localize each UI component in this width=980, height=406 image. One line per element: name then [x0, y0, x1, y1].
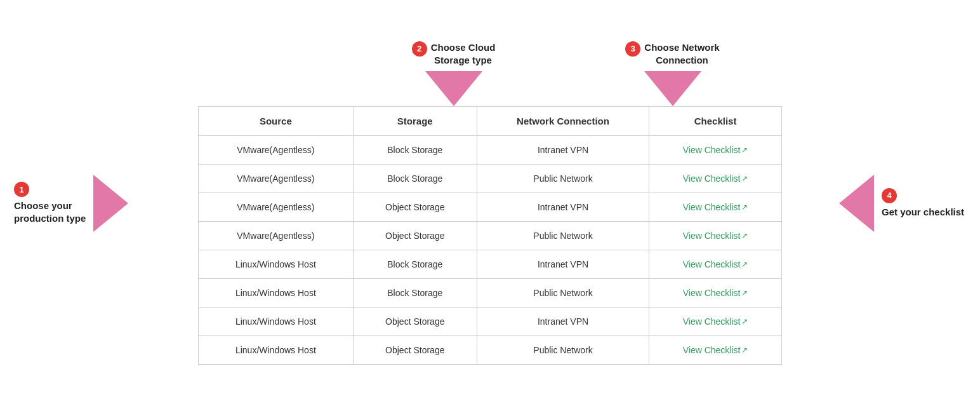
cell-storage: Object Storage [353, 336, 477, 365]
view-checklist-link[interactable]: View Checklist↗ [683, 259, 748, 269]
step1-section: 1 Choose yourproduction type [14, 175, 141, 232]
view-checklist-link[interactable]: View Checklist↗ [683, 316, 748, 327]
table-row: VMware(Agentless)Object StorageIntranet … [199, 193, 782, 222]
col-header-checklist: Checklist [649, 107, 782, 136]
cell-source: Linux/Windows Host [199, 250, 354, 279]
col-header-source: Source [199, 107, 354, 136]
cell-storage: Object Storage [353, 308, 477, 336]
table-row: VMware(Agentless)Object StoragePublic Ne… [199, 222, 782, 250]
table-row: Linux/Windows HostObject StoragePublic N… [199, 336, 782, 365]
step4-arrow [839, 175, 874, 232]
center-section: 2 Choose CloudStorage type 3 Choose Netw… [141, 41, 839, 365]
view-checklist-link[interactable]: View Checklist↗ [683, 288, 748, 298]
cell-source: VMware(Agentless) [199, 193, 354, 222]
cell-source: VMware(Agentless) [199, 165, 354, 193]
table-row: Linux/Windows HostObject StorageIntranet… [199, 308, 782, 336]
step3-arrow [644, 71, 701, 106]
cell-source: VMware(Agentless) [199, 136, 354, 165]
view-checklist-link[interactable]: View Checklist↗ [683, 145, 748, 155]
table-wrapper: Source Storage Network Connection Checkl… [198, 106, 782, 365]
table-row: VMware(Agentless)Block StorageIntranet V… [199, 136, 782, 165]
cell-checklist: View Checklist↗ [649, 222, 782, 250]
step2-arrow [425, 71, 482, 106]
external-link-icon: ↗ [741, 231, 748, 240]
cell-network: Intranet VPN [477, 193, 649, 222]
step4-text: Get your checklist [882, 206, 964, 219]
step3-badge: 3 [625, 41, 640, 57]
table-row: Linux/Windows HostBlock StorageIntranet … [199, 250, 782, 279]
step4-label: 4 Get your checklist [882, 188, 964, 219]
cell-checklist: View Checklist↗ [649, 193, 782, 222]
step1-label: 1 Choose yourproduction type [14, 182, 86, 224]
step3-label: 3 Choose NetworkConnection [625, 41, 719, 66]
page-container: 1 Choose yourproduction type 2 Choose Cl… [14, 41, 966, 365]
top-labels: 2 Choose CloudStorage type 3 Choose Netw… [198, 41, 782, 106]
table-header-row: Source Storage Network Connection Checkl… [199, 107, 782, 136]
step4-badge: 4 [882, 188, 897, 203]
view-checklist-link[interactable]: View Checklist↗ [683, 202, 748, 212]
cell-storage: Block Storage [353, 165, 477, 193]
cell-network: Public Network [477, 336, 649, 365]
cell-network: Public Network [477, 279, 649, 308]
table-row: Linux/Windows HostBlock StoragePublic Ne… [199, 279, 782, 308]
col-header-network: Network Connection [477, 107, 649, 136]
cell-storage: Block Storage [353, 136, 477, 165]
external-link-icon: ↗ [741, 174, 748, 183]
step3-column-label: 3 Choose NetworkConnection [600, 41, 746, 106]
external-link-icon: ↗ [741, 260, 748, 269]
cell-storage: Block Storage [353, 250, 477, 279]
cell-network: Intranet VPN [477, 250, 649, 279]
view-checklist-link[interactable]: View Checklist↗ [683, 173, 748, 184]
cell-checklist: View Checklist↗ [649, 136, 782, 165]
step2-badge: 2 [412, 41, 427, 57]
external-link-icon: ↗ [741, 203, 748, 212]
step3-text: Choose NetworkConnection [644, 41, 719, 66]
external-link-icon: ↗ [741, 145, 748, 154]
step2-text: Choose CloudStorage type [431, 41, 496, 66]
cell-source: VMware(Agentless) [199, 222, 354, 250]
step1-arrow [93, 175, 128, 232]
step1-badge: 1 [14, 182, 29, 197]
step4-section: 4 Get your checklist [839, 175, 966, 232]
cell-checklist: View Checklist↗ [649, 250, 782, 279]
col-header-storage: Storage [353, 107, 477, 136]
view-checklist-link[interactable]: View Checklist↗ [683, 345, 748, 355]
step2-column-label: 2 Choose CloudStorage type [381, 41, 527, 106]
external-link-icon: ↗ [741, 346, 748, 355]
cell-storage: Object Storage [353, 222, 477, 250]
cell-storage: Block Storage [353, 279, 477, 308]
cell-checklist: View Checklist↗ [649, 165, 782, 193]
step1-text: Choose yourproduction type [14, 200, 86, 224]
external-link-icon: ↗ [741, 288, 748, 297]
cell-network: Public Network [477, 222, 649, 250]
cell-network: Public Network [477, 165, 649, 193]
step2-label: 2 Choose CloudStorage type [412, 41, 496, 66]
cell-checklist: View Checklist↗ [649, 308, 782, 336]
cell-source: Linux/Windows Host [199, 279, 354, 308]
cell-checklist: View Checklist↗ [649, 279, 782, 308]
cell-checklist: View Checklist↗ [649, 336, 782, 365]
external-link-icon: ↗ [741, 317, 748, 326]
cell-network: Intranet VPN [477, 308, 649, 336]
cell-storage: Object Storage [353, 193, 477, 222]
view-checklist-link[interactable]: View Checklist↗ [683, 231, 748, 241]
cell-source: Linux/Windows Host [199, 336, 354, 365]
main-table: Source Storage Network Connection Checkl… [198, 106, 782, 365]
cell-source: Linux/Windows Host [199, 308, 354, 336]
table-row: VMware(Agentless)Block StoragePublic Net… [199, 165, 782, 193]
cell-network: Intranet VPN [477, 136, 649, 165]
